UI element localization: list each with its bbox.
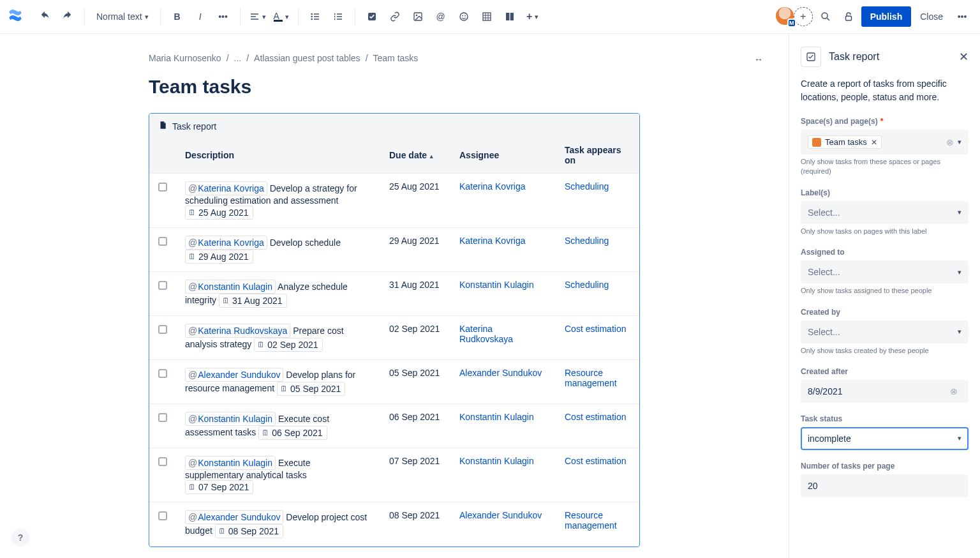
text-style-dropdown[interactable]: Normal text ▾ — [91, 6, 154, 27]
bold-button[interactable]: B — [167, 6, 188, 27]
per-page-input[interactable]: 20 — [801, 474, 969, 497]
user-mention[interactable]: Katerina Rudkovskaya — [185, 324, 290, 338]
date-chip[interactable]: 🗓25 Aug 2021 — [185, 206, 253, 220]
assignee-link[interactable]: Alexander Sundukov — [459, 510, 542, 520]
task-checkbox[interactable] — [158, 457, 167, 466]
task-checkbox[interactable] — [158, 325, 167, 334]
assigned-select[interactable]: Select... ▾ — [801, 260, 969, 283]
breadcrumb-item[interactable]: Team tasks — [373, 53, 419, 63]
svg-rect-11 — [510, 13, 513, 20]
assignee-link[interactable]: Alexander Sundukov — [459, 368, 542, 378]
user-mention[interactable]: Konstantin Kulagin — [185, 456, 276, 470]
bullet-list-button[interactable] — [305, 6, 325, 27]
page-width-toggle[interactable]: ↔ — [754, 54, 763, 64]
svg-point-12 — [822, 13, 828, 19]
task-report-macro[interactable]: Task report Description Due date Assigne… — [149, 113, 640, 547]
date-chip[interactable]: 🗓08 Sep 2021 — [215, 524, 283, 538]
col-appears-on[interactable]: Task appears on — [556, 139, 639, 174]
task-status-select[interactable]: incomplete ▾ — [801, 427, 969, 450]
table-row: Konstantin Kulagin Analyze schedule inte… — [149, 272, 639, 316]
breadcrumb-item[interactable]: Maria Kurnosenko — [149, 53, 221, 63]
col-description[interactable]: Description — [176, 139, 380, 174]
appears-on-link[interactable]: Cost estimation — [565, 324, 626, 334]
date-chip[interactable]: 🗓31 Aug 2021 — [219, 294, 287, 308]
user-mention[interactable]: Katerina Kovriga — [185, 181, 267, 195]
calendar-icon: 🗓 — [262, 426, 269, 439]
help-button[interactable]: ? — [11, 529, 29, 547]
date-chip[interactable]: 🗓05 Sep 2021 — [277, 382, 345, 396]
more-formatting-button[interactable]: ••• — [213, 6, 234, 27]
numbered-list-button[interactable] — [328, 6, 348, 27]
spaces-select[interactable]: Team tasks ✕ ⊗ ▾ — [801, 130, 969, 155]
breadcrumb-item[interactable]: ... — [234, 53, 242, 63]
created-by-hint: Only show tasks created by these people — [801, 346, 969, 356]
assignee-link[interactable]: Konstantin Kulagin — [459, 280, 534, 290]
assignee-link[interactable]: Konstantin Kulagin — [459, 412, 534, 422]
date-chip[interactable]: 🗓07 Sep 2021 — [185, 480, 253, 494]
assignee-link[interactable]: Konstantin Kulagin — [459, 456, 534, 466]
task-checkbox[interactable] — [158, 413, 167, 422]
layouts-button[interactable] — [500, 6, 520, 27]
task-checkbox[interactable] — [158, 237, 167, 246]
due-date: 05 Sep 2021 — [380, 360, 450, 404]
insert-dropdown[interactable]: +▾ — [523, 6, 543, 27]
text-color-dropdown[interactable]: A▾ — [271, 6, 292, 27]
alignment-dropdown[interactable]: ▾ — [247, 6, 269, 27]
date-chip[interactable]: 🗓29 Aug 2021 — [185, 250, 253, 264]
link-button[interactable] — [385, 6, 405, 27]
user-mention[interactable]: Alexander Sundukov — [185, 368, 283, 382]
appears-on-link[interactable]: Resource management — [565, 368, 617, 388]
user-mention[interactable]: Konstantin Kulagin — [185, 280, 276, 294]
action-item-button[interactable] — [362, 6, 382, 27]
user-avatar[interactable]: M — [776, 7, 795, 26]
undo-button[interactable] — [34, 6, 55, 27]
appears-on-link[interactable]: Scheduling — [565, 181, 609, 192]
task-checkbox[interactable] — [158, 183, 167, 192]
task-checkbox[interactable] — [158, 369, 167, 378]
spaces-label: Space(s) and page(s) — [801, 117, 878, 126]
assignee-link[interactable]: Katerina Rudkovskaya — [459, 324, 513, 344]
task-checkbox[interactable] — [158, 511, 167, 520]
restrictions-button[interactable] — [838, 6, 859, 27]
mention-button[interactable]: @ — [431, 6, 451, 27]
labels-label: Label(s) — [801, 188, 969, 197]
appears-on-link[interactable]: Resource management — [565, 510, 617, 531]
toolbar-divider — [160, 8, 161, 26]
clear-icon[interactable]: ⊗ — [946, 137, 954, 147]
publish-button[interactable]: Publish — [861, 6, 912, 27]
user-mention[interactable]: Konstantin Kulagin — [185, 412, 276, 426]
created-by-select[interactable]: Select... ▾ — [801, 320, 969, 343]
labels-select[interactable]: Select... ▾ — [801, 201, 969, 224]
appears-on-link[interactable]: Scheduling — [565, 280, 609, 290]
table-button[interactable] — [477, 6, 497, 27]
svg-point-0 — [311, 13, 313, 15]
close-button[interactable]: Close — [914, 6, 949, 27]
user-mention[interactable]: Katerina Kovriga — [185, 236, 267, 250]
assignee-link[interactable]: Katerina Kovriga — [459, 181, 526, 192]
remove-chip-icon[interactable]: ✕ — [871, 138, 877, 147]
emoji-button[interactable] — [454, 6, 474, 27]
redo-button[interactable] — [57, 6, 78, 27]
task-checkbox[interactable] — [158, 281, 167, 290]
clear-icon[interactable]: ⊗ — [950, 386, 958, 396]
editor-canvas[interactable]: ↔ Maria Kurnosenko / ... / Atlassian gue… — [0, 34, 789, 558]
svg-point-6 — [460, 13, 468, 20]
find-replace-button[interactable] — [815, 6, 836, 27]
appears-on-link[interactable]: Cost estimation — [565, 412, 626, 422]
italic-button[interactable]: I — [190, 6, 211, 27]
close-panel-button[interactable]: ✕ — [959, 50, 969, 64]
date-chip[interactable]: 🗓06 Sep 2021 — [258, 426, 327, 440]
invite-button[interactable]: + — [794, 7, 813, 26]
image-button[interactable] — [408, 6, 428, 27]
assignee-link[interactable]: Katerina Kovriga — [459, 236, 526, 246]
breadcrumb-item[interactable]: Atlassian guest post tables — [254, 53, 360, 63]
user-mention[interactable]: Alexander Sundukov — [185, 510, 283, 524]
page-title[interactable]: Team tasks — [149, 76, 640, 98]
more-actions-button[interactable]: ••• — [952, 6, 972, 27]
col-assignee[interactable]: Assignee — [450, 139, 556, 174]
date-chip[interactable]: 🗓02 Sep 2021 — [254, 338, 322, 352]
col-due-date[interactable]: Due date — [380, 139, 450, 174]
created-after-input[interactable]: 8/9/2021 ⊗ — [801, 380, 969, 403]
appears-on-link[interactable]: Scheduling — [565, 236, 609, 246]
appears-on-link[interactable]: Cost estimation — [565, 456, 626, 466]
